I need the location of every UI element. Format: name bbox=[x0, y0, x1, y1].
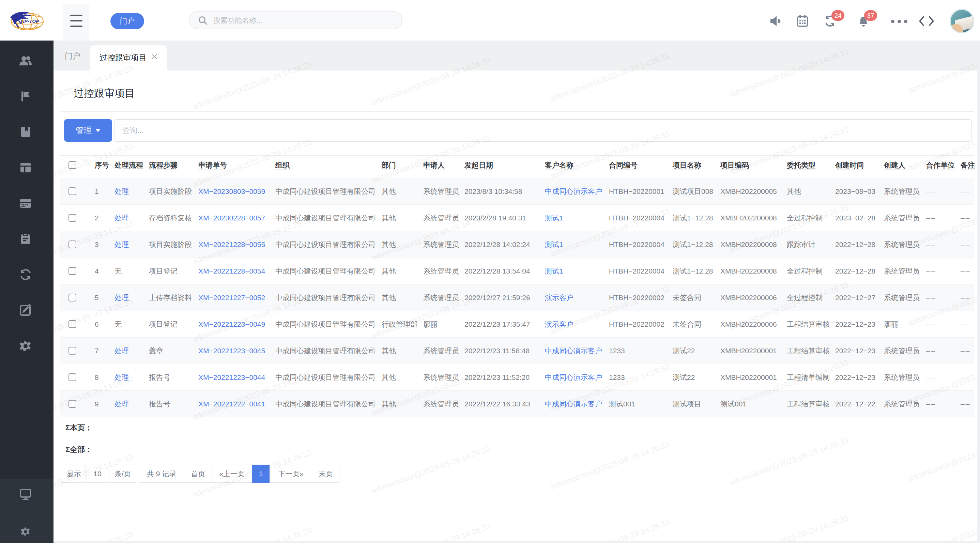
svg-text:TIP·TOP: TIP·TOP bbox=[20, 19, 39, 24]
